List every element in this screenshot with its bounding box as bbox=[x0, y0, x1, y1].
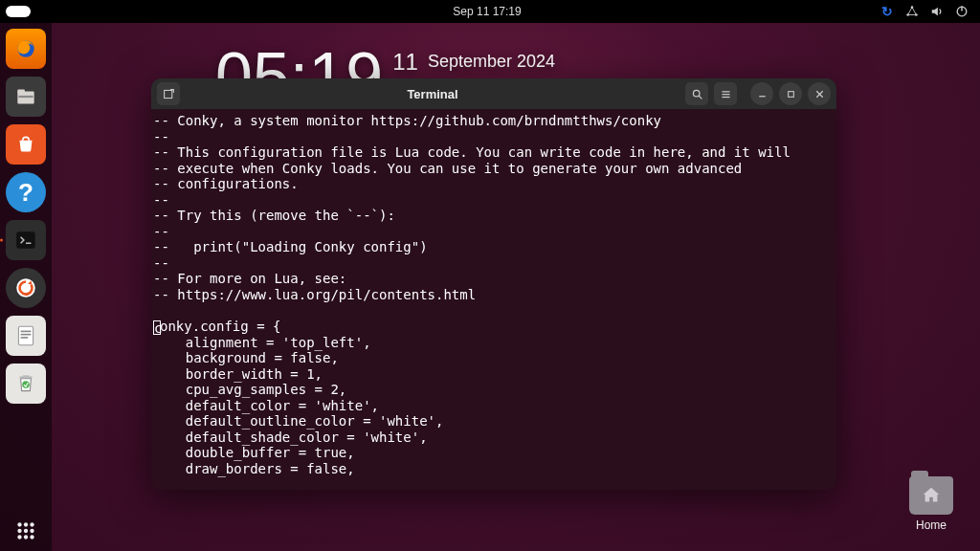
folder-icon bbox=[909, 476, 953, 515]
network-icon[interactable] bbox=[905, 5, 919, 18]
svg-rect-11 bbox=[18, 326, 33, 345]
maximize-button[interactable] bbox=[779, 82, 802, 105]
terminal-content[interactable]: -- Conky, a system monitor https://githu… bbox=[151, 109, 836, 480]
dock-text-editor[interactable] bbox=[6, 316, 46, 356]
svg-rect-29 bbox=[722, 94, 729, 95]
svg-rect-4 bbox=[961, 6, 962, 11]
svg-point-18 bbox=[24, 522, 28, 526]
dock-terminal[interactable] bbox=[6, 220, 46, 260]
svg-rect-28 bbox=[722, 91, 729, 92]
svg-point-19 bbox=[30, 522, 33, 526]
dock-files[interactable] bbox=[6, 77, 46, 117]
svg-rect-26 bbox=[164, 90, 171, 98]
power-icon[interactable] bbox=[955, 5, 969, 18]
menu-button[interactable] bbox=[714, 82, 737, 105]
topbar-clock[interactable]: Sep 11 17:19 bbox=[326, 5, 647, 18]
terminal-window: Terminal -- Conky, a system monitor http… bbox=[151, 78, 836, 490]
svg-rect-13 bbox=[21, 334, 32, 336]
dock-show-apps[interactable] bbox=[6, 511, 46, 551]
terminal-titlebar[interactable]: Terminal bbox=[151, 78, 836, 109]
svg-rect-30 bbox=[722, 96, 729, 97]
home-folder-label: Home bbox=[909, 518, 953, 532]
dock: ? bbox=[0, 23, 52, 551]
dock-help[interactable]: ? bbox=[6, 172, 46, 212]
svg-point-24 bbox=[24, 535, 28, 539]
terminal-title: Terminal bbox=[186, 87, 679, 101]
volume-icon[interactable] bbox=[930, 5, 944, 18]
svg-point-17 bbox=[17, 522, 21, 526]
activities-pill[interactable] bbox=[6, 6, 31, 17]
new-tab-button[interactable] bbox=[157, 82, 180, 105]
close-button[interactable] bbox=[808, 82, 831, 105]
svg-rect-8 bbox=[18, 96, 33, 98]
svg-point-20 bbox=[17, 529, 21, 533]
svg-point-23 bbox=[17, 535, 21, 539]
home-folder-desktop-icon[interactable]: Home bbox=[909, 476, 953, 532]
refresh-indicator-icon[interactable]: ↻ bbox=[880, 5, 894, 18]
svg-rect-12 bbox=[21, 331, 32, 333]
svg-rect-31 bbox=[759, 96, 766, 97]
svg-rect-9 bbox=[16, 231, 35, 248]
dock-software-center[interactable] bbox=[6, 124, 46, 165]
svg-point-27 bbox=[693, 90, 700, 97]
svg-point-25 bbox=[30, 535, 33, 539]
search-button[interactable] bbox=[685, 82, 708, 105]
dock-software-updater[interactable] bbox=[6, 268, 46, 308]
svg-rect-32 bbox=[788, 91, 793, 97]
dock-trash[interactable] bbox=[6, 364, 46, 404]
desktop-clock-monthyear: September 2024 bbox=[428, 43, 555, 70]
svg-point-22 bbox=[30, 529, 33, 533]
svg-rect-14 bbox=[21, 337, 29, 339]
minimize-button[interactable] bbox=[750, 82, 773, 105]
svg-rect-7 bbox=[17, 89, 25, 93]
top-bar: Sep 11 17:19 ↻ bbox=[0, 0, 980, 23]
desktop-clock-day: 11 bbox=[392, 43, 418, 74]
dock-firefox[interactable] bbox=[6, 29, 46, 69]
svg-point-21 bbox=[24, 529, 28, 533]
